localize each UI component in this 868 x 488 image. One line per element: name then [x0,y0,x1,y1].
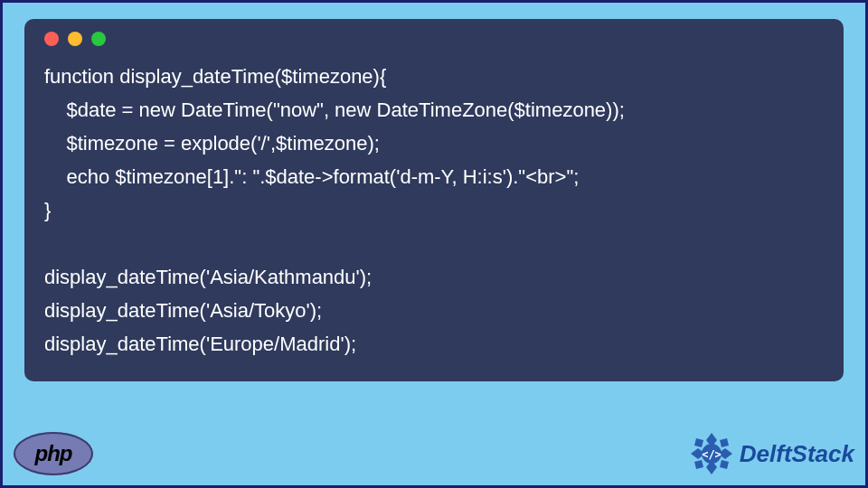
window-controls [44,32,824,46]
svg-marker-6 [694,460,703,469]
php-logo-text: php [35,441,72,466]
svg-marker-4 [694,438,703,447]
svg-marker-5 [720,438,729,447]
code-block: function display_dateTime($timezone){ $d… [44,61,824,361]
close-icon [44,32,59,46]
code-window: function display_dateTime($timezone){ $d… [24,19,844,381]
svg-marker-7 [720,460,729,469]
maximize-icon [91,32,106,46]
brand-icon: </> [689,431,734,476]
php-logo: php [14,432,93,475]
brand-text: DelftStack [740,440,854,468]
minimize-icon [68,32,82,46]
footer: php </> DelftStack [14,431,854,476]
svg-text:</>: </> [702,448,722,461]
brand: </> DelftStack [689,431,854,476]
